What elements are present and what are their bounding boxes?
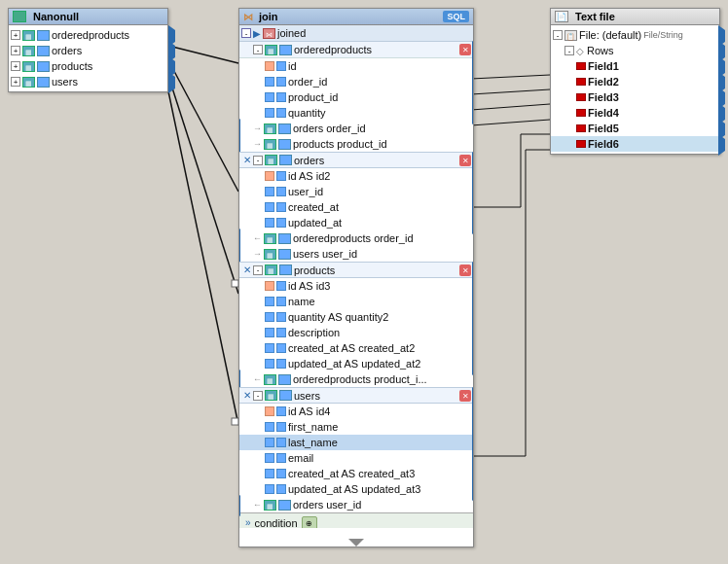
field-created-at-as-created-at3[interactable]: created_at AS created_at3 [239,466,473,481]
ref-products-product-id-label: products product_id [293,138,387,150]
nanonull-header: Nanonull [9,9,167,25]
nanonull-orders-label: orders [52,45,82,56]
rows-diamond-icon: ◇ [576,46,584,56]
collapse-joined[interactable]: - [241,28,251,38]
textfile-file-row[interactable]: - 📋 File: (default) File/String [551,27,719,43]
nanonull-orderedproducts[interactable]: + ▦ orderedproducts [9,27,167,43]
field-user-id[interactable]: user_id [239,184,473,199]
textfile-field6[interactable]: Field6 [551,136,719,152]
join-title: join [259,11,278,22]
ref-orderedproducts-product-id: ← ▦ orderedproducts product_i... [239,371,473,387]
expand-rows[interactable]: - [564,46,574,55]
textfile-field3[interactable]: Field3 [551,89,719,105]
ref-orderedproducts-order-id: ← ▦ orderedproducts order_id [239,230,473,246]
field-created-at[interactable]: created_at [239,199,473,215]
port-quantity-right [472,108,473,120]
textfile-body: - 📋 File: (default) File/String - ◇ Rows… [551,25,719,154]
condition-label: condition [255,517,298,529]
nanonull-orders[interactable]: + ▦ orders [9,43,167,58]
field-order-id[interactable]: order_id [239,74,473,89]
field-last-name[interactable]: last_name [239,435,473,450]
joined-orderedproducts-header: - ▦ orderedproducts ✕ [239,42,473,58]
joined-label: joined [277,27,306,39]
textfile-header: 📄 Text file [551,9,719,25]
field-id-as-id2[interactable]: id AS id2 [239,168,473,184]
field-name[interactable]: name [239,294,473,309]
textfile-field5[interactable]: Field5 [551,121,719,136]
condition-bar: » condition ⊕ [239,512,473,528]
expand-users[interactable]: + [11,77,20,87]
field-quantity-as-quantity2[interactable]: quantity AS quantity2 [239,309,473,325]
ref-orders-user-id: ← ▦ orders user_id [239,497,473,512]
expand-file[interactable]: - [553,30,563,40]
port-right-users [168,77,175,88]
joined-section-header: - ▶ ⋈ joined [239,25,473,42]
ref-orders-order-id: → ▦ orders order_id [239,121,473,136]
field-id[interactable]: id [239,58,473,74]
collapse-users-group[interactable]: - [253,391,263,401]
collapse-orders-group[interactable]: - [253,156,263,165]
nanonull-users-label: users [52,76,78,88]
field-email[interactable]: email [239,450,473,466]
nanonull-products[interactable]: + ▦ products [9,58,167,74]
join-bottom-arrow [348,539,364,546]
field-order-id-label: order_id [288,76,327,88]
field-product-id-label: product_id [288,91,338,103]
close-products-group[interactable]: ✕ [459,264,471,276]
products-group-label: products [294,264,335,276]
field-created-at-as-created-at2[interactable]: created_at AS created_at2 [239,340,473,356]
field-quantity-label: quantity [288,107,326,119]
textfile-file-label: File: (default) [579,29,641,41]
field-updated-at-as-updated-at2[interactable]: updated_at AS updated_at2 [239,356,473,371]
textfile-file-type: File/String [643,30,683,40]
nanonull-products-label: products [52,60,92,72]
textfile-panel: 📄 Text file - 📋 File: (default) File/Str… [550,8,720,155]
ref-products-product-id: → ▦ products product_id [239,136,473,152]
textfile-field1[interactable]: Field1 [551,58,719,74]
field-first-name[interactable]: first_name [239,419,473,435]
textfile-rows-label: Rows [587,45,614,56]
field-description[interactable]: description [239,325,473,340]
collapse-joined-orderedproducts[interactable]: - [253,45,263,54]
field-updated-at[interactable]: updated_at [239,215,473,230]
close-orders-group[interactable]: ✕ [459,155,471,166]
orders-group-label: orders [294,155,324,166]
port-ref-products-left [239,139,240,151]
close-joined-orderedproducts[interactable]: ✕ [459,44,471,55]
ref-users-user-id: → ▦ users user_id [239,246,473,262]
expand-products[interactable]: + [11,61,20,71]
field-id-label: id [288,60,297,72]
expand-orderedproducts[interactable]: + [11,30,20,40]
joined-orderedproducts-label: orderedproducts [294,44,372,55]
users-group-label: users [294,390,320,402]
field-product-id[interactable]: product_id [239,89,473,105]
textfile-field4[interactable]: Field4 [551,105,719,121]
nanonull-users[interactable]: + ▦ users [9,74,167,89]
nanonull-orderedproducts-label: orderedproducts [52,29,129,41]
users-group-header: ✕ - ▦ users ✕ [239,387,473,404]
svg-rect-1 [232,418,238,425]
collapse-products-group[interactable]: - [253,265,263,275]
expand-orders[interactable]: + [11,46,20,55]
field-id-as-id4[interactable]: id AS id4 [239,404,473,419]
nanonull-title: Nanonull [33,11,79,22]
textfile-rows-row[interactable]: - ◇ Rows [551,43,719,58]
svg-rect-0 [232,280,238,287]
ref-orders-order-id-label: orders order_id [293,123,366,134]
close-users-group[interactable]: ✕ [459,390,471,402]
textfile-field2[interactable]: Field2 [551,74,719,89]
nanonull-body: + ▦ orderedproducts + ▦ orders + ▦ produ [9,25,167,91]
join-panel: ⋈ join SQL - ▶ ⋈ joined - ▦ orderedprodu… [238,8,474,547]
sql-badge[interactable]: SQL [443,11,469,22]
condition-icon[interactable]: ⊕ [302,516,317,529]
textfile-title: Text file [575,11,615,22]
join-header: ⋈ join SQL [239,9,473,25]
products-group-header: ✕ - ▦ products ✕ [239,262,473,278]
field-updated-at-as-updated-at3[interactable]: updated_at AS updated_at3 [239,481,473,497]
field-id-as-id3[interactable]: id AS id3 [239,278,473,294]
nanonull-panel: Nanonull + ▦ orderedproducts + ▦ orders [8,8,168,92]
orders-group-header: ✕ - ▦ orders ✕ [239,152,473,168]
field-quantity[interactable]: quantity [239,105,473,121]
